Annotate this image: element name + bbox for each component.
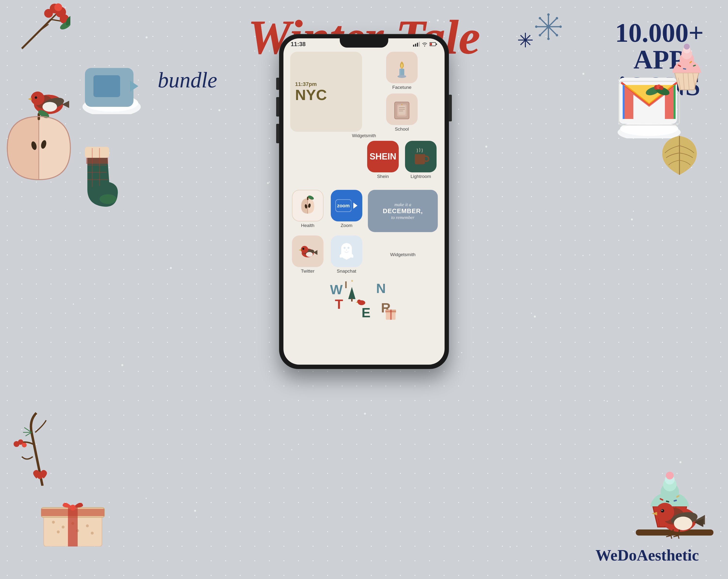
svg-line-2 (22, 19, 51, 49)
gift-decoration (39, 490, 107, 548)
svg-text:N: N (376, 281, 386, 296)
svg-point-71 (560, 25, 562, 28)
december-text3: to remember (391, 215, 414, 220)
branch-berries-left (12, 408, 73, 487)
svg-text:I: I (345, 279, 347, 290)
zoom-label: Zoom (341, 223, 353, 228)
svg-point-31 (22, 443, 27, 447)
svg-line-118 (671, 535, 672, 539)
row3: Health (290, 190, 438, 232)
december-widget-spacer: Widgetsmith (368, 235, 438, 274)
svg-point-165 (344, 247, 345, 249)
svg-point-160 (302, 248, 304, 250)
phone-notch (340, 39, 388, 48)
facetune-app[interactable]: Facetune (366, 52, 438, 90)
svg-point-9 (44, 9, 53, 18)
svg-text:T: T (335, 297, 343, 312)
svg-rect-129 (417, 43, 418, 47)
berries-decoration (2, 0, 70, 69)
zoom-app[interactable]: zoom Zoom (329, 190, 364, 228)
svg-point-75 (539, 34, 541, 36)
svg-text:E: E (362, 305, 370, 320)
svg-point-88 (684, 44, 690, 50)
svg-point-74 (556, 17, 558, 19)
svg-point-112 (661, 510, 662, 511)
svg-point-166 (347, 247, 349, 249)
facetune-label: Facetune (392, 85, 411, 90)
december-widget-label: Widgetsmith (390, 252, 416, 257)
svg-point-41 (91, 532, 94, 534)
svg-text:bundle: bundle (158, 68, 217, 92)
svg-rect-132 (430, 43, 432, 45)
svg-point-126 (659, 86, 664, 90)
snapchat-label: Snapchat (337, 269, 356, 274)
svg-point-72 (539, 17, 541, 19)
lightroom-icon (411, 147, 431, 166)
leaf-decoration (655, 133, 704, 178)
svg-point-136 (397, 75, 406, 78)
snapchat-app[interactable]: Snapchat (329, 235, 364, 274)
lightroom-app[interactable]: Lightroom (404, 141, 438, 179)
signal-icon (413, 42, 420, 47)
svg-rect-52 (86, 158, 108, 164)
svg-line-120 (673, 535, 678, 537)
svg-point-167 (346, 250, 347, 251)
december-widget[interactable]: make it a DECEMBER, to remember (368, 190, 438, 232)
svg-point-69 (547, 37, 550, 40)
svg-marker-110 (652, 512, 657, 515)
svg-rect-130 (419, 42, 420, 47)
svg-rect-153 (352, 201, 353, 211)
svg-line-27 (25, 432, 31, 436)
svg-point-178 (357, 300, 361, 303)
svg-point-18 (35, 96, 37, 99)
december-text2: DECEMBER, (383, 207, 423, 215)
svg-rect-183 (385, 311, 396, 312)
svg-point-67 (546, 25, 550, 29)
health-icon (297, 195, 319, 217)
shein-app[interactable]: SHEIN Shein (366, 141, 400, 179)
svg-point-73 (556, 34, 558, 36)
svg-point-70 (535, 25, 538, 28)
health-app[interactable]: Health (290, 190, 325, 228)
svg-point-37 (57, 530, 60, 533)
svg-point-158 (301, 246, 308, 253)
snapchat-icon (337, 242, 356, 261)
svg-point-53 (100, 194, 116, 204)
svg-rect-128 (415, 44, 416, 47)
shein-text: SHEIN (370, 151, 396, 162)
zoom-deco-decoration (80, 58, 143, 115)
svg-point-68 (547, 14, 550, 16)
svg-line-117 (666, 535, 671, 537)
school-icon (391, 98, 413, 120)
widgetsmith-widget[interactable]: 11:37pm NYC (290, 52, 362, 132)
svg-rect-51 (85, 147, 109, 158)
phone: 11:38 (279, 34, 449, 369)
svg-marker-174 (348, 287, 356, 299)
svg-point-113 (674, 517, 692, 530)
svg-point-109 (656, 503, 674, 521)
stocking-decoration (73, 146, 124, 212)
svg-rect-133 (436, 44, 437, 45)
svg-marker-179 (356, 302, 358, 303)
svg-marker-17 (28, 98, 31, 101)
svg-point-80 (524, 39, 527, 41)
wifi-icon (422, 42, 427, 47)
svg-rect-127 (413, 45, 414, 47)
svg-point-161 (306, 252, 313, 257)
twitter-app[interactable]: Twitter (290, 235, 325, 274)
svg-rect-175 (351, 299, 353, 302)
school-app[interactable]: School (366, 94, 438, 132)
health-label: Health (301, 223, 314, 228)
holly-decoration (643, 80, 672, 101)
svg-rect-164 (341, 248, 352, 254)
branding: WeDoAesthetic (596, 546, 699, 564)
svg-text:zoom: zoom (337, 203, 350, 208)
battery-icon (430, 42, 437, 46)
winter-bottom-text: W I N T E R (290, 277, 438, 321)
row4: Twitter (290, 235, 438, 274)
bird-right-decoration (636, 476, 713, 550)
svg-point-36 (62, 526, 64, 529)
svg-point-16 (31, 92, 45, 105)
svg-point-44 (70, 505, 76, 510)
lightroom-label: Lightroom (411, 174, 431, 179)
